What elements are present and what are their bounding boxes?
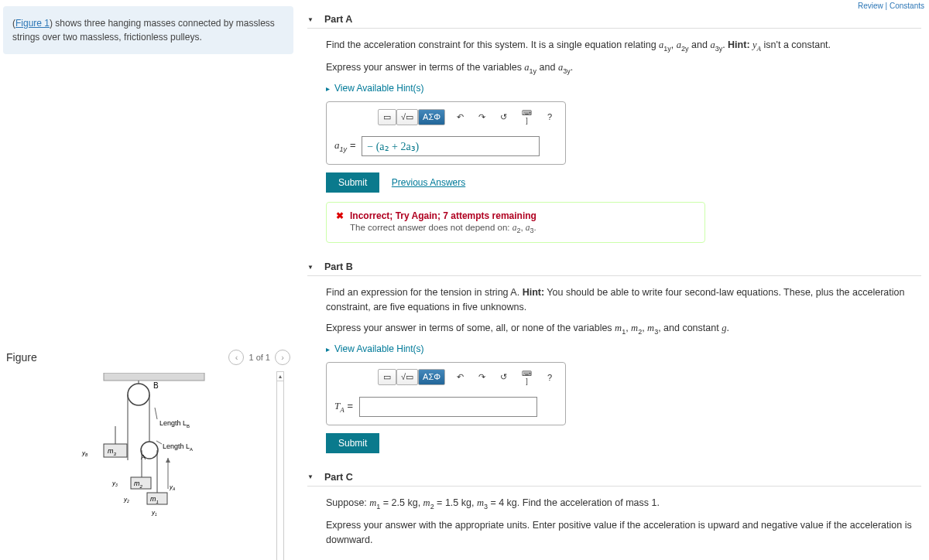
- svg-text:yB: yB: [81, 449, 88, 457]
- part-b-express: Express your answer in terms of some, al…: [326, 321, 921, 337]
- part-b-answer-input[interactable]: [359, 397, 537, 417]
- part-a-hints-toggle[interactable]: View Available Hint(s): [326, 83, 921, 94]
- part-b-title: Part B: [324, 261, 353, 272]
- part-b-answer-box: ▭ √▭ ΑΣΦ ↶ ↷ ↺ ⌨ ] ? TA =: [326, 362, 566, 425]
- svg-text:yA: yA: [169, 483, 176, 491]
- caret-down-icon: ▼: [307, 264, 314, 271]
- svg-text:y1: y1: [151, 509, 157, 517]
- part-b-lhs: TA =: [334, 400, 353, 414]
- part-b-prompt: Find an expression for the tension in st…: [326, 285, 921, 315]
- top-nav-links[interactable]: Review | Constants: [858, 2, 924, 10]
- part-c-express: Express your answer with the appropriate…: [326, 518, 921, 548]
- answer-toolbar: ▭ √▭ ΑΣΦ ↶ ↷ ↺ ⌨ ] ?: [327, 102, 565, 131]
- redo-button[interactable]: ↷: [473, 110, 492, 125]
- help-button[interactable]: ?: [540, 110, 559, 124]
- reset-button[interactable]: ↺: [495, 370, 513, 384]
- scroll-up-icon[interactable]: ▴: [277, 372, 283, 381]
- part-a-feedback: Incorrect; Try Again; 7 attempts remaini…: [326, 202, 705, 243]
- part-a-express: Express your answer in terms of the vari…: [326, 60, 921, 77]
- svg-text:y3: y3: [111, 480, 118, 487]
- part-a-lhs: a1y =: [334, 139, 355, 153]
- feedback-body: The correct answer does not depend on: a…: [350, 223, 695, 234]
- greek-button[interactable]: ΑΣΦ: [418, 369, 445, 385]
- part-a-answer-box: ▭ √▭ ΑΣΦ ↶ ↷ ↺ ⌨ ] ? a1y = − (a₂ + 2a₃): [326, 101, 566, 165]
- sqrt-button[interactable]: √▭: [396, 369, 418, 385]
- svg-line-13: [155, 408, 157, 419]
- sqrt-button[interactable]: √▭: [396, 109, 418, 125]
- part-b-header[interactable]: ▼ Part B: [307, 258, 921, 276]
- svg-point-1: [128, 384, 149, 405]
- part-a-answer-input[interactable]: − (a₂ + 2a₃): [362, 136, 540, 156]
- keyboard-button[interactable]: ⌨ ]: [516, 107, 537, 127]
- svg-marker-31: [166, 458, 170, 463]
- part-c-header[interactable]: ▼ Part C: [307, 469, 921, 487]
- figure-link[interactable]: Figure 1: [15, 18, 50, 29]
- svg-text:y2: y2: [123, 496, 129, 504]
- figure-nav: ‹ 1 of 1 ›: [228, 350, 290, 365]
- part-c-title: Part C: [324, 472, 353, 483]
- reset-button[interactable]: ↺: [495, 110, 513, 125]
- caret-down-icon: ▼: [307, 16, 314, 23]
- answer-toolbar: ▭ √▭ ΑΣΦ ↶ ↷ ↺ ⌨ ] ?: [327, 363, 565, 392]
- redo-button[interactable]: ↷: [473, 370, 492, 384]
- figure-header: Figure ‹ 1 of 1 ›: [3, 348, 293, 367]
- figure-prev-button[interactable]: ‹: [228, 350, 244, 365]
- svg-rect-0: [104, 373, 204, 381]
- part-a-previous-answers-link[interactable]: Previous Answers: [392, 177, 465, 188]
- feedback-title: Incorrect; Try Again; 7 attempts remaini…: [336, 210, 695, 221]
- template-button[interactable]: ▭: [378, 369, 396, 385]
- part-c-prompt: Suppose: m1 = 2.5 kg, m2 = 1.5 kg, m3 = …: [326, 496, 921, 512]
- keyboard-button[interactable]: ⌨ ]: [516, 367, 537, 388]
- svg-text:Length LA: Length LA: [163, 442, 193, 452]
- caret-down-icon: ▼: [307, 473, 314, 480]
- figure-diagram: B m3 Length LB A Length LA m2: [81, 373, 293, 520]
- undo-button[interactable]: ↶: [451, 370, 470, 384]
- greek-button[interactable]: ΑΣΦ: [418, 109, 445, 125]
- part-a-title: Part A: [324, 14, 352, 25]
- help-button[interactable]: ?: [540, 370, 559, 384]
- svg-text:Length LB: Length LB: [159, 419, 190, 429]
- figure-position: 1 of 1: [249, 353, 270, 362]
- part-a-header[interactable]: ▼ Part A: [307, 11, 921, 29]
- problem-intro: (Figure 1) shows three hanging masses co…: [3, 6, 293, 54]
- svg-line-18: [156, 441, 162, 444]
- template-button[interactable]: ▭: [378, 109, 396, 125]
- part-b-submit-button[interactable]: Submit: [326, 433, 379, 453]
- figure-scrollbar[interactable]: ▴ ▾: [276, 371, 284, 560]
- undo-button[interactable]: ↶: [451, 110, 470, 125]
- svg-text:B: B: [153, 381, 159, 390]
- figure-title: Figure: [6, 351, 37, 364]
- figure-next-button[interactable]: ›: [275, 350, 290, 365]
- part-b-hints-toggle[interactable]: View Available Hint(s): [326, 343, 921, 354]
- part-a-prompt: Find the acceleration constraint for thi…: [326, 38, 921, 54]
- part-a-submit-button[interactable]: Submit: [326, 172, 379, 193]
